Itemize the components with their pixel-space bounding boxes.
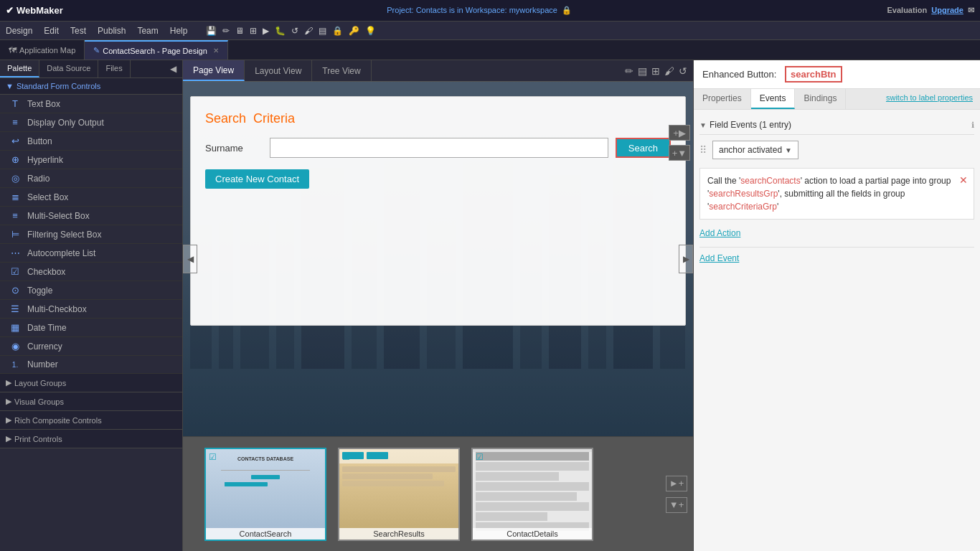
palette-item-number[interactable]: 1. Number: [0, 356, 182, 374]
bulb-icon[interactable]: 💡: [365, 26, 376, 36]
field-events-label: Field Events (1 entry): [710, 120, 791, 130]
surname-input[interactable]: [270, 138, 608, 158]
menu-edit[interactable]: Edit: [44, 26, 59, 36]
palette-item-checkbox[interactable]: ☑ Checkbox: [0, 263, 182, 281]
palette-section-layout-groups[interactable]: ▶ Layout Groups: [0, 374, 182, 392]
thumb1-title: CONTACTS DATABASE: [237, 456, 293, 461]
button-icon: ↩: [9, 136, 22, 146]
field-events-header: ▼ Field Events (1 entry) ℹ: [699, 116, 974, 135]
canvas-scroll-left[interactable]: ◀: [183, 245, 197, 273]
sidebar-tab-files[interactable]: Files: [98, 60, 130, 77]
canvas-scroll-right[interactable]: ▶: [679, 245, 693, 273]
key-icon[interactable]: 🔑: [349, 26, 359, 36]
canvas: ◀ Search Criteria Surname Search Create …: [183, 82, 693, 436]
palette-item-datetime[interactable]: ▦ Date Time: [0, 319, 182, 337]
pv-icon-list[interactable]: ▤: [638, 65, 647, 77]
sidebar-tab-datasource[interactable]: Data Source: [39, 60, 98, 77]
rp-tab-properties[interactable]: Properties: [694, 89, 751, 109]
palette-item-selectbox[interactable]: ≣ Select Box: [0, 188, 182, 207]
palette-item-multicheckbox[interactable]: ☰ Multi-Checkbox: [0, 300, 182, 319]
tab-application-map[interactable]: 🗺 Application Map: [0, 40, 85, 60]
thumbnail-contact-details[interactable]: ☑ ContactDetails: [471, 448, 593, 541]
upgrade-link[interactable]: Upgrade: [931, 6, 963, 14]
palette-item-multiselectbox[interactable]: ≡ Multi-Select Box: [0, 207, 182, 225]
thumbnail-search-results[interactable]: ☑ SearchResults: [338, 448, 460, 541]
pv-tab-pageview[interactable]: Page View: [183, 60, 245, 81]
pv-icon-brush[interactable]: 🖌: [664, 65, 674, 77]
sitemap-icon[interactable]: ⊞: [250, 26, 257, 36]
pv-icon-grid[interactable]: ⊞: [651, 65, 660, 77]
edit-icon[interactable]: ✏: [222, 26, 230, 36]
debug-icon[interactable]: 🐛: [275, 26, 286, 36]
palette-section-print-controls[interactable]: ▶ Print Controls: [0, 430, 182, 448]
palette-item-radio[interactable]: ◎ Radio: [0, 169, 182, 188]
monitor-icon[interactable]: 🖥: [235, 26, 244, 36]
refresh-icon[interactable]: ↺: [291, 26, 298, 36]
brush-icon[interactable]: 🖌: [304, 26, 313, 36]
menu-bar: Design Edit Test Publish Team Help 💾 ✏ 🖥…: [0, 22, 980, 40]
sidebar: Palette Data Source Files ◀ ▼ Standard F…: [0, 60, 183, 551]
add-action-link[interactable]: Add Action: [699, 225, 974, 241]
tab-contact-search[interactable]: ✎ ContactSearch - Page Design ✕: [85, 40, 228, 60]
sidebar-tab-palette[interactable]: Palette: [0, 60, 39, 77]
create-contact-button[interactable]: Create New Contact: [205, 169, 309, 189]
palette-label: Checkbox: [27, 267, 65, 277]
event-dropdown[interactable]: anchor activated ▼: [712, 141, 798, 159]
event-dropdown-row: ⠿ anchor activated ▼: [699, 141, 974, 159]
enhanced-label: Enhanced Button:: [702, 69, 776, 80]
project-info: Project: Contacts is in Workspace: mywor…: [72, 6, 887, 15]
pv-tab-treeview[interactable]: Tree View: [312, 60, 371, 81]
palette-item-display[interactable]: ≡ Display Only Output: [0, 113, 182, 132]
palette-item-currency[interactable]: ◉ Currency: [0, 337, 182, 356]
app-logo: ✔ WebMaker: [6, 5, 63, 16]
search-button[interactable]: Search: [616, 138, 671, 158]
menu-design[interactable]: Design: [6, 26, 32, 36]
palette-item-textbox[interactable]: T Text Box: [0, 95, 182, 113]
sidebar-collapse-arrow[interactable]: ◀: [164, 60, 182, 77]
add-event-link[interactable]: Add Event: [699, 253, 974, 263]
thumb3-row2: [476, 472, 559, 481]
palette-section-rich-composite[interactable]: ▶ Rich Composite Controls: [0, 411, 182, 430]
thumb2-content: [339, 449, 458, 540]
canvas-add-down[interactable]: +▼: [669, 145, 690, 161]
palette-label: Button: [27, 136, 52, 146]
menu-test[interactable]: Test: [70, 26, 86, 36]
thumbnail-label: ContactDetails: [473, 528, 592, 540]
thumb-add-down[interactable]: ▼+: [666, 497, 687, 513]
rp-tab-events[interactable]: Events: [751, 89, 796, 109]
thumb3-row4: [476, 492, 577, 501]
menu-publish[interactable]: Publish: [98, 26, 126, 36]
lock-icon[interactable]: 🔒: [332, 26, 343, 36]
palette-item-hyperlink[interactable]: ⊕ Hyperlink: [0, 151, 182, 169]
drag-handle-icon[interactable]: ⠿: [699, 144, 707, 156]
palette-label: Multi-Checkbox: [27, 304, 87, 314]
switch-to-label-link[interactable]: switch to label properties: [879, 89, 980, 109]
save-icon[interactable]: 💾: [206, 26, 217, 36]
play-icon[interactable]: ▶: [263, 26, 269, 36]
palette-item-button[interactable]: ↩ Button: [0, 132, 182, 151]
section-label: Rich Composite Controls: [14, 416, 102, 425]
canvas-add-right[interactable]: +▶: [669, 125, 690, 141]
action-close-icon[interactable]: ✕: [959, 173, 968, 188]
palette-item-toggle[interactable]: ⊙ Toggle: [0, 281, 182, 300]
thumb3-row1: [476, 462, 589, 471]
menu-help[interactable]: Help: [170, 26, 188, 36]
section-chevron: ▼: [6, 82, 14, 90]
pv-icon-refresh[interactable]: ↺: [679, 65, 687, 77]
palette-section-visual-groups[interactable]: ▶ Visual Groups: [0, 392, 182, 411]
menu-team[interactable]: Team: [137, 26, 158, 36]
radio-icon: ◎: [9, 173, 22, 184]
number-icon: 1.: [9, 361, 22, 369]
palette-item-autocomplete[interactable]: ⋯ Autocomplete List: [0, 244, 182, 263]
palette-label: Autocomplete List: [27, 248, 95, 258]
rp-tab-bindings[interactable]: Bindings: [795, 89, 846, 109]
list-icon[interactable]: ▤: [319, 26, 326, 36]
palette-section-header-standard[interactable]: ▼ Standard Form Controls: [0, 78, 182, 95]
tab-cs-close[interactable]: ✕: [213, 47, 219, 55]
palette-item-filteringselect[interactable]: ⊨ Filtering Select Box: [0, 225, 182, 244]
thumbnail-contact-search[interactable]: ☑ CONTACTS DATABASE ContactSearch: [204, 448, 326, 541]
pv-icon-edit[interactable]: ✏: [625, 65, 633, 77]
pv-tab-layoutview[interactable]: Layout View: [245, 60, 312, 81]
right-panel-content: ▼ Field Events (1 entry) ℹ ⠿ anchor acti…: [694, 110, 980, 551]
thumb-add-right[interactable]: ►+: [666, 476, 687, 491]
